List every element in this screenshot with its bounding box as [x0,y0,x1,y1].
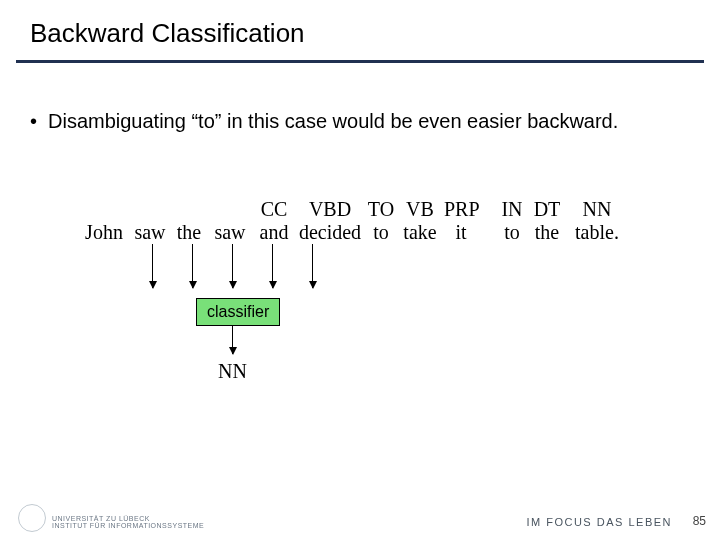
page-number: 85 [693,514,706,528]
arrow-down-icon [192,244,193,288]
pos-tag: NN [570,198,624,220]
pos-tag: CC [254,198,294,220]
arrow-down-icon [312,244,313,288]
pos-tag [210,198,250,220]
pos-tag: DT [530,198,564,220]
token: saw [210,220,250,244]
word-pair: VBDdecided [298,198,362,244]
token: decided [298,220,362,244]
word-pair: the [172,198,206,244]
word-pair: TOto [366,198,396,244]
title-rule [16,60,704,63]
word-pair: John [82,198,126,244]
word-pair: INto [498,198,526,244]
bullet-dot: • [30,108,37,134]
token: and [254,220,294,244]
footer-motto: IM FOCUS DAS LEBEN [526,516,672,528]
token: it [444,220,478,244]
pos-tag: VBD [298,198,362,220]
word-pair: saw [130,198,170,244]
arrow-down-icon [152,244,153,288]
bullet-text: • Disambiguating “to” in this case would… [48,108,618,134]
slide-title: Backward Classification [30,18,305,49]
token: table. [570,220,624,244]
token: to [366,220,396,244]
classifier-box: classifier [196,298,280,326]
token: saw [130,220,170,244]
pos-tag: VB [400,198,440,220]
word-pair: NNtable. [570,198,624,244]
university-crest-icon [18,504,46,532]
classifier-output-arrow [232,326,233,354]
word-pair: VBtake [400,198,440,244]
word-pair: PRPit [444,198,478,244]
word-pair: CCand [254,198,294,244]
pos-tag: PRP [444,198,478,220]
word-pair: DTthe [530,198,564,244]
classifier-input-arrows [0,244,720,304]
token: take [400,220,440,244]
arrow-down-icon [232,244,233,288]
footer: UNIVERSITÄT ZU LÜBECK INSTITUT FÜR INFOR… [0,500,720,540]
token: the [172,220,206,244]
token: the [530,220,564,244]
classifier-output: NN [218,360,247,383]
token: to [498,220,526,244]
uni-line2: INSTITUT FÜR INFORMATIONSSYSTEME [52,522,204,530]
pos-tag [172,198,206,220]
word-pair: saw [210,198,250,244]
pos-tag [130,198,170,220]
university-name: UNIVERSITÄT ZU LÜBECK INSTITUT FÜR INFOR… [52,515,204,530]
token: John [82,220,126,244]
arrow-down-icon [272,244,273,288]
pos-tag [82,198,126,220]
pos-tag: IN [498,198,526,220]
pos-tag: TO [366,198,396,220]
bullet-content: Disambiguating “to” in this case would b… [48,110,618,132]
uni-line1: UNIVERSITÄT ZU LÜBECK [52,515,204,523]
